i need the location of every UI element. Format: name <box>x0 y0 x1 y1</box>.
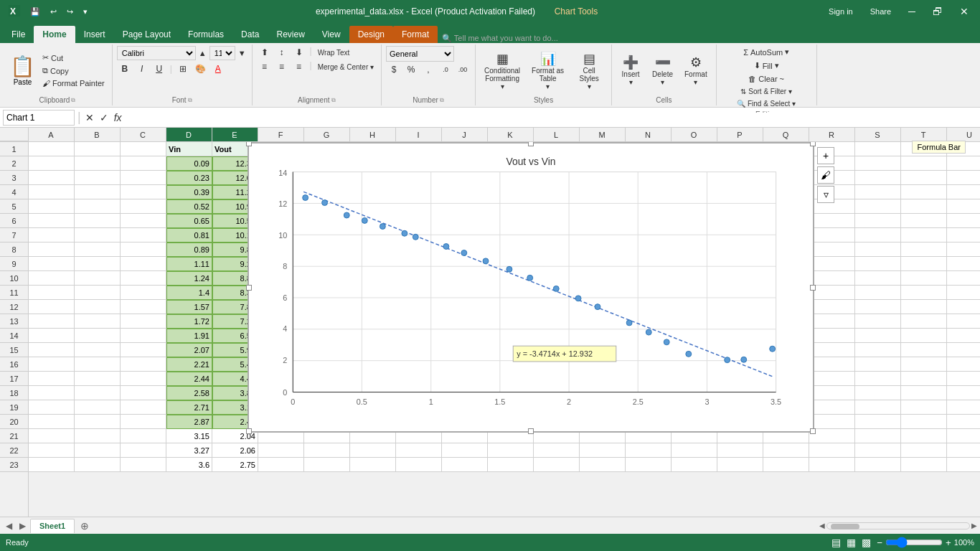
cell-K23[interactable] <box>488 458 534 472</box>
row-header-13[interactable]: 13 <box>0 314 28 329</box>
cell-T17[interactable] <box>901 372 947 386</box>
cell-S23[interactable] <box>855 458 901 472</box>
cell-T23[interactable] <box>901 458 947 472</box>
cell-A14[interactable] <box>29 329 75 343</box>
cell-U11[interactable] <box>947 286 980 300</box>
cell-B17[interactable] <box>75 372 121 386</box>
cell-A19[interactable] <box>29 400 75 415</box>
cell-R20[interactable] <box>809 415 855 429</box>
cell-A7[interactable] <box>29 228 75 242</box>
col-header-T[interactable]: T <box>901 128 947 141</box>
view-page-break-button[interactable]: ▩ <box>862 537 871 548</box>
font-expand-icon[interactable]: ⧉ <box>188 97 192 104</box>
cell-S8[interactable] <box>855 242 901 257</box>
cell-C10[interactable] <box>121 271 166 286</box>
col-header-L[interactable]: L <box>534 128 580 141</box>
cell-H22[interactable] <box>350 443 396 458</box>
format-button[interactable]: ⚙ Format ▾ <box>680 49 712 92</box>
cell-D18[interactable]: 2.58 <box>166 386 212 400</box>
cell-D14[interactable]: 1.91 <box>166 329 212 343</box>
cell-T19[interactable] <box>901 400 947 415</box>
tab-insert[interactable]: Insert <box>75 26 114 43</box>
cell-C12[interactable] <box>121 300 166 314</box>
fill-color-button[interactable]: 🎨 <box>192 62 209 75</box>
cell-T22[interactable] <box>901 443 947 458</box>
cell-D8[interactable]: 0.89 <box>166 242 212 257</box>
cell-D19[interactable]: 2.71 <box>166 400 212 415</box>
cell-U7[interactable] <box>947 228 980 242</box>
cell-S13[interactable] <box>855 314 901 329</box>
cell-S20[interactable] <box>855 415 901 429</box>
col-header-F[interactable]: F <box>258 128 304 141</box>
cell-C16[interactable] <box>121 357 166 372</box>
cut-button[interactable]: ✂ Cut <box>39 52 108 64</box>
handle-bottom-right[interactable] <box>810 428 816 434</box>
insert-button[interactable]: ➕ Insert ▾ <box>616 49 645 92</box>
cancel-formula-button[interactable]: ✕ <box>84 112 95 123</box>
cell-T20[interactable] <box>901 415 947 429</box>
cell-S15[interactable] <box>855 343 901 357</box>
cell-C13[interactable] <box>121 314 166 329</box>
cell-D4[interactable]: 0.39 <box>166 185 212 199</box>
zoom-in-button[interactable]: + <box>946 537 951 548</box>
cell-U9[interactable] <box>947 257 980 271</box>
col-header-E[interactable]: E <box>212 128 258 141</box>
format-as-table-button[interactable]: 📊 Format asTable ▾ <box>527 48 568 93</box>
cell-U19[interactable] <box>947 400 980 415</box>
cell-U13[interactable] <box>947 314 980 329</box>
cell-S7[interactable] <box>855 228 901 242</box>
tab-file[interactable]: File <box>3 26 34 43</box>
cell-S6[interactable] <box>855 214 901 228</box>
col-header-D[interactable]: D <box>166 128 212 141</box>
handle-top-center[interactable] <box>528 142 534 146</box>
cell-P23[interactable] <box>717 458 763 472</box>
cell-U8[interactable] <box>947 242 980 257</box>
cell-B20[interactable] <box>75 415 121 429</box>
cell-R7[interactable] <box>809 228 855 242</box>
cell-T18[interactable] <box>901 386 947 400</box>
cell-D23[interactable]: 3.6 <box>166 458 212 472</box>
col-header-K[interactable]: K <box>488 128 534 141</box>
cell-U22[interactable] <box>947 443 980 458</box>
view-normal-button[interactable]: ▤ <box>831 537 841 548</box>
font-size-decrease-button[interactable]: ▼ <box>237 48 248 58</box>
cell-Q23[interactable] <box>763 458 809 472</box>
cell-R22[interactable] <box>809 443 855 458</box>
cell-S12[interactable] <box>855 300 901 314</box>
cell-B11[interactable] <box>75 286 121 300</box>
number-expand-icon[interactable]: ⧉ <box>440 97 444 104</box>
delete-button[interactable]: ➖ Delete ▾ <box>648 49 677 92</box>
row-header-8[interactable]: 8 <box>0 242 28 257</box>
cell-U21[interactable] <box>947 429 980 443</box>
cell-D20[interactable]: 2.87 <box>166 415 212 429</box>
clipboard-expand-icon[interactable]: ⧉ <box>71 97 75 104</box>
name-box[interactable] <box>3 110 75 126</box>
cell-D13[interactable]: 1.72 <box>166 314 212 329</box>
insert-function-button[interactable]: fx <box>113 112 123 123</box>
cell-A18[interactable] <box>29 386 75 400</box>
cell-D15[interactable]: 2.07 <box>166 343 212 357</box>
cell-S3[interactable] <box>855 171 901 185</box>
navigate-sheets-button[interactable]: ◀ <box>3 519 15 532</box>
cell-R9[interactable] <box>809 257 855 271</box>
align-right-button[interactable]: ≡ <box>291 60 307 73</box>
cell-L22[interactable] <box>534 443 580 458</box>
cell-A2[interactable] <box>29 156 75 171</box>
cell-T21[interactable] <box>901 429 947 443</box>
cell-B23[interactable] <box>75 458 121 472</box>
cell-A16[interactable] <box>29 357 75 372</box>
percent-button[interactable]: % <box>403 63 419 76</box>
cell-C1[interactable] <box>121 142 166 156</box>
cell-R10[interactable] <box>809 271 855 286</box>
cell-B10[interactable] <box>75 271 121 286</box>
col-header-H[interactable]: H <box>350 128 396 141</box>
font-size-select[interactable]: 11 <box>209 46 235 60</box>
cell-D2[interactable]: 0.09 <box>166 156 212 171</box>
cell-B8[interactable] <box>75 242 121 257</box>
row-header-23[interactable]: 23 <box>0 458 28 472</box>
cell-C19[interactable] <box>121 400 166 415</box>
cell-B19[interactable] <box>75 400 121 415</box>
cell-T9[interactable] <box>901 257 947 271</box>
cell-D7[interactable]: 0.81 <box>166 228 212 242</box>
customize-qat-button[interactable]: ▾ <box>80 6 90 18</box>
